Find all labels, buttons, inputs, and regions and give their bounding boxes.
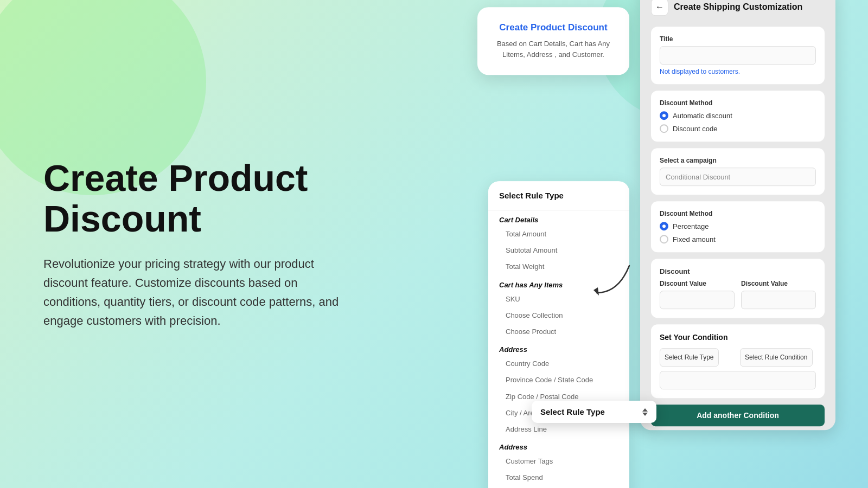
condition-row: Select Rule Type Select Rule Condition: [660, 348, 816, 367]
cards-container: Create Product Discount Based on Cart De…: [477, 0, 835, 488]
select-rule-type-dropdown[interactable]: Select Rule Type: [532, 401, 656, 423]
discount-section: Discount Discount Value Discount Value: [651, 259, 825, 318]
rule-condition-wrapper: Select Rule Condition: [740, 348, 816, 367]
select-rule-text: Select Rule Type: [540, 407, 638, 416]
discount-value-label2: Discount Value: [741, 280, 816, 287]
svg-marker-0: [593, 287, 599, 296]
discount-method2-section: Discount Method Percentage Fixed amount: [651, 201, 825, 252]
radio-percentage[interactable]: Percentage: [660, 222, 816, 230]
rule-item-total-orders[interactable]: Total Orders: [488, 486, 629, 488]
campaign-label: Select a campaign: [660, 157, 816, 164]
rule-type-wrapper: Select Rule Type: [660, 348, 736, 367]
panel-title: Create Shipping Customization: [674, 2, 802, 12]
curved-arrow: [586, 260, 635, 304]
hero-title: Create Product Discount: [43, 158, 347, 239]
product-card-desc: Based on Cart Details, Cart has Any Lite…: [490, 38, 616, 60]
rule-item-province-code[interactable]: Province Code / State Code: [488, 373, 629, 389]
discount-method2-radio-group: Percentage Fixed amount: [660, 222, 816, 243]
rule-item-choose-product[interactable]: Choose Product: [488, 324, 629, 340]
rule-item-choose-collection[interactable]: Choose Collection: [488, 307, 629, 324]
product-card-title: Create Product Discount: [490, 22, 616, 33]
section-address: Address: [488, 340, 629, 356]
shipping-customization-panel: ← Create Shipping Customization Title No…: [640, 0, 835, 430]
condition-title: Set Your Condition: [660, 333, 816, 342]
arrow-up-icon: [642, 408, 648, 412]
radio-discount-code[interactable]: Discount code: [660, 124, 816, 133]
discount-value-label1: Discount Value: [660, 280, 735, 287]
radio-label-automatic: Automatic discount: [673, 112, 732, 120]
section-address2: Address: [488, 438, 629, 453]
discount-value-input1[interactable]: [660, 291, 735, 309]
title-input[interactable]: [660, 46, 816, 65]
radio-label-code: Discount code: [673, 125, 717, 133]
rule-item-subtotal-amount[interactable]: Subtotal Amount: [488, 242, 629, 259]
radio-circle-code: [660, 124, 668, 133]
condition-section: Set Your Condition Select Rule Type Sele…: [651, 324, 825, 398]
rule-item-address-line[interactable]: Address Line: [488, 421, 629, 438]
hero-description: Revolutionize your pricing strategy with…: [43, 254, 347, 330]
discount-label: Discount: [660, 267, 816, 275]
discount-method-section: Discount Method Automatic discount Disco…: [651, 91, 825, 142]
rule-item-total-spend[interactable]: Total Spend: [488, 470, 629, 486]
hero-section: Create Product Discount Revolutionize yo…: [43, 158, 347, 330]
radio-circle-automatic: [660, 111, 668, 120]
radio-circle-fixed: [660, 235, 668, 243]
back-button[interactable]: ←: [651, 0, 668, 16]
panel-header: ← Create Shipping Customization: [651, 0, 825, 16]
condition-value-input[interactable]: [660, 371, 816, 389]
rule-type-select[interactable]: Select Rule Type: [660, 348, 719, 367]
campaign-input[interactable]: [660, 168, 816, 186]
discount-method-radio-group: Automatic discount Discount code: [660, 111, 816, 133]
discount-method-label: Discount Method: [660, 99, 816, 107]
radio-label-percentage: Percentage: [673, 222, 709, 230]
discount-row: Discount Value Discount Value: [660, 280, 816, 309]
discount-col-1: Discount Value: [660, 280, 735, 309]
product-discount-card: Create Product Discount Based on Cart De…: [477, 7, 629, 75]
rule-type-header: Select Rule Type: [488, 181, 629, 210]
back-arrow-icon: ←: [655, 2, 664, 12]
radio-fixed-amount[interactable]: Fixed amount: [660, 235, 816, 243]
rule-condition-select[interactable]: Select Rule Condition: [740, 348, 813, 367]
discount-col-2: Discount Value: [741, 280, 816, 309]
arrow-down-icon: [642, 413, 648, 416]
not-displayed-note: Not displayed to customers.: [660, 68, 816, 75]
radio-label-fixed: Fixed amount: [673, 235, 716, 243]
rule-item-total-amount[interactable]: Total Amount: [488, 226, 629, 242]
section-cart-details: Cart Details: [488, 210, 629, 226]
title-label: Title: [660, 35, 816, 43]
radio-automatic-discount[interactable]: Automatic discount: [660, 111, 816, 120]
add-condition-button[interactable]: Add another Condition: [651, 404, 825, 426]
rule-type-card: Select Rule Type Cart Details Total Amou…: [488, 181, 629, 488]
discount-method2-label: Discount Method: [660, 210, 816, 217]
select-rule-arrows-icon: [642, 408, 648, 416]
rule-item-country-code[interactable]: Country Code: [488, 356, 629, 372]
campaign-section: Select a campaign: [651, 148, 825, 195]
rule-item-customer-tags[interactable]: Customer Tags: [488, 453, 629, 470]
discount-value-input2[interactable]: [741, 291, 816, 309]
radio-circle-percentage: [660, 222, 668, 230]
title-section: Title Not displayed to customers.: [651, 27, 825, 84]
